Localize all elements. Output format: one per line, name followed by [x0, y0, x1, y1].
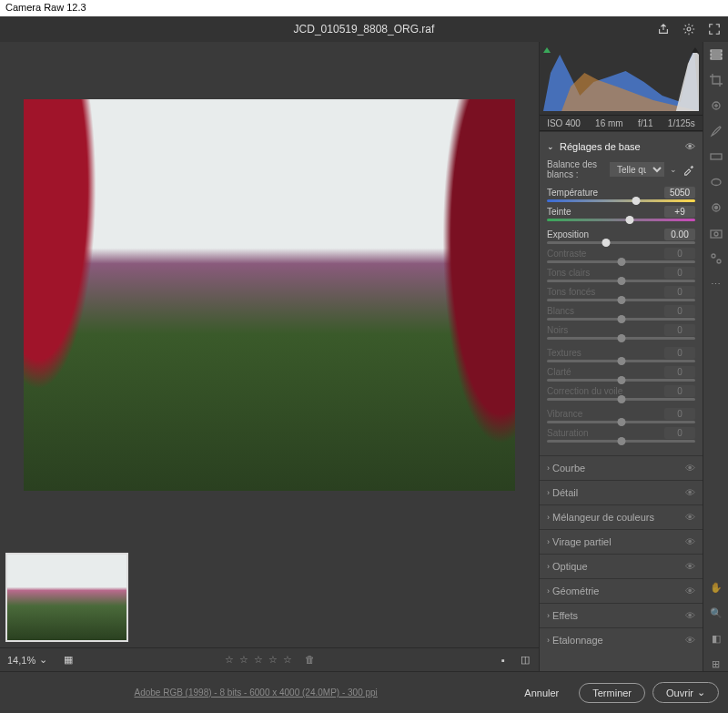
chevron-right-icon: ›	[547, 586, 550, 596]
wb-label: Balance des blancs :	[547, 159, 604, 179]
temp-label: Température	[547, 188, 598, 198]
panel-label: Géométrie	[552, 586, 599, 596]
rating-stars[interactable]: ☆ ☆ ☆ ☆ ☆ 🗑	[225, 654, 315, 666]
panel-geometry[interactable]: › Géométrie👁	[540, 578, 703, 603]
exposure-slider[interactable]	[547, 241, 695, 244]
vibrance-value[interactable]: 0	[664, 408, 695, 420]
wb-select[interactable]: Telle qu…	[610, 162, 664, 177]
saturation-slider[interactable]	[547, 440, 695, 443]
blacks-slider[interactable]	[547, 337, 695, 340]
shadows-value[interactable]: 0	[664, 286, 695, 298]
dehaze-slider[interactable]	[547, 398, 695, 401]
eyedropper-icon[interactable]	[682, 163, 695, 176]
shadows-slider[interactable]	[547, 299, 695, 301]
chevron-right-icon: ›	[547, 611, 550, 620]
clarity-label: Clarté	[547, 367, 571, 377]
contrast-value[interactable]: 0	[664, 248, 695, 260]
dehaze-value[interactable]: 0	[664, 385, 695, 397]
basic-panel: ⌄ Réglages de base 👁 Balance des blancs …	[540, 131, 703, 455]
exposure-value[interactable]: 0.00	[664, 229, 695, 240]
cancel-button[interactable]: Annuler	[511, 684, 571, 702]
basic-panel-header[interactable]: ⌄ Réglages de base 👁	[547, 138, 695, 156]
filename-label: JCD_010519_8808_ORG.raf	[294, 23, 435, 36]
blacks-label: Noirs	[547, 325, 568, 335]
brush-tool-icon[interactable]	[709, 124, 723, 138]
whites-value[interactable]: 0	[664, 305, 695, 317]
tint-slider[interactable]	[547, 219, 695, 221]
zoom-value: 14,1%	[7, 655, 35, 666]
panel-label: Optique	[552, 561, 588, 572]
presets-tool-icon[interactable]	[709, 251, 723, 266]
clarity-slider[interactable]	[547, 379, 695, 382]
trash-icon[interactable]: 🗑	[305, 654, 315, 666]
highlights-label: Tons clairs	[547, 268, 590, 278]
eye-icon[interactable]: 👁	[685, 610, 695, 621]
grid-tool-icon[interactable]: ⊞	[709, 657, 723, 671]
filmstrip	[0, 547, 539, 647]
grid-icon[interactable]: ▦	[62, 654, 75, 667]
canvas-area[interactable]	[0, 42, 539, 547]
redeye-tool-icon[interactable]	[709, 200, 723, 215]
whites-slider[interactable]	[547, 318, 695, 321]
star-icon[interactable]: ☆	[283, 654, 292, 666]
heal-tool-icon[interactable]	[709, 98, 723, 113]
temp-value[interactable]: 5050	[664, 187, 695, 199]
thumbnail[interactable]	[5, 553, 128, 642]
blacks-value[interactable]: 0	[664, 324, 695, 336]
compare-view-icon[interactable]: ◫	[519, 654, 531, 667]
exif-aperture: f/11	[638, 118, 653, 128]
panel-color-mixer[interactable]: › Mélangeur de couleurs👁	[540, 504, 703, 529]
star-icon[interactable]: ☆	[254, 654, 263, 666]
star-icon[interactable]: ☆	[268, 654, 278, 666]
export-icon[interactable]	[657, 23, 670, 36]
gradient-tool-icon[interactable]	[709, 149, 723, 164]
chevron-right-icon: ›	[547, 463, 550, 473]
hand-tool-icon[interactable]: ✋	[709, 580, 723, 595]
file-info[interactable]: Adobe RGB (1998) - 8 bits - 6000 x 4000 …	[9, 688, 502, 698]
svg-marker-2	[692, 47, 699, 53]
single-view-icon[interactable]: ▪	[497, 654, 510, 667]
viewer-footer: 14,1% ⌄ ▦ ☆ ☆ ☆ ☆ ☆ 🗑 ▪ ◫	[0, 647, 539, 671]
tint-value[interactable]: +9	[664, 206, 695, 218]
eye-icon[interactable]: 👁	[685, 487, 695, 498]
eye-icon[interactable]: 👁	[685, 635, 695, 646]
snapshot-tool-icon[interactable]	[709, 226, 723, 240]
star-icon[interactable]: ☆	[239, 654, 248, 666]
panel-split-toning[interactable]: › Virage partiel👁	[540, 529, 703, 554]
clarity-value[interactable]: 0	[664, 366, 695, 378]
open-button[interactable]: Ouvrir⌄	[652, 682, 719, 703]
crop-tool-icon[interactable]	[709, 73, 723, 87]
temp-slider[interactable]	[547, 199, 695, 202]
more-tool-icon[interactable]: ⋯	[709, 277, 723, 291]
eye-icon[interactable]: 👁	[685, 141, 695, 152]
radial-tool-icon[interactable]	[709, 175, 723, 189]
panel-effects[interactable]: › Effets👁	[540, 603, 703, 627]
fullscreen-icon[interactable]	[708, 23, 721, 36]
edit-tool-icon[interactable]	[709, 47, 723, 62]
zoom-tool-icon[interactable]: 🔍	[709, 606, 723, 620]
eye-icon[interactable]: 👁	[685, 586, 695, 596]
histogram[interactable]	[540, 42, 703, 115]
highlights-slider[interactable]	[547, 280, 695, 282]
zoom-control[interactable]: 14,1% ⌄	[7, 654, 47, 666]
bottom-bar: Adobe RGB (1998) - 8 bits - 6000 x 4000 …	[0, 671, 728, 713]
eye-icon[interactable]: 👁	[685, 536, 695, 547]
saturation-value[interactable]: 0	[664, 427, 695, 439]
toggle-tool-icon[interactable]: ◧	[709, 631, 723, 646]
done-button[interactable]: Terminer	[579, 683, 645, 703]
panel-courbe[interactable]: › Courbe👁	[540, 455, 703, 480]
panel-detail[interactable]: › Détail👁	[540, 480, 703, 504]
eye-icon[interactable]: 👁	[685, 463, 695, 474]
gear-icon[interactable]	[682, 23, 695, 36]
texture-slider[interactable]	[547, 360, 695, 362]
contrast-slider[interactable]	[547, 260, 695, 263]
chevron-down-icon: ⌄	[697, 687, 705, 698]
star-icon[interactable]: ☆	[225, 654, 234, 666]
panel-calibration[interactable]: › Etalonnage👁	[540, 627, 703, 652]
highlights-value[interactable]: 0	[664, 267, 695, 279]
panel-optics[interactable]: › Optique👁	[540, 554, 703, 578]
eye-icon[interactable]: 👁	[685, 512, 695, 523]
vibrance-slider[interactable]	[547, 421, 695, 423]
texture-value[interactable]: 0	[664, 347, 695, 359]
eye-icon[interactable]: 👁	[685, 561, 695, 572]
